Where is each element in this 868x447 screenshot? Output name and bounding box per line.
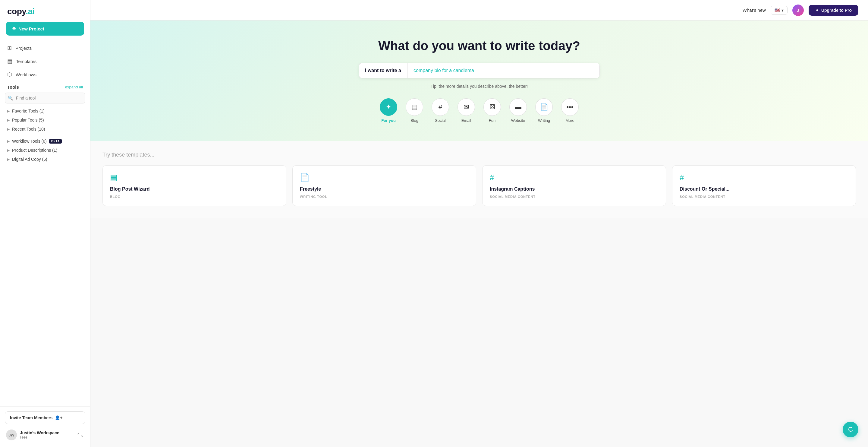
topbar: What's new 🇺🇸 ▾ J ✦ Upgrade to Pro bbox=[90, 0, 868, 21]
chevron-updown-icon: ⌃⌄ bbox=[76, 432, 84, 438]
for-you-icon: ✦ bbox=[380, 98, 397, 116]
sidebar: copy.ai ⊕ New Project ⊞ Projects ▤ Templ… bbox=[0, 0, 90, 447]
user-avatar-button[interactable]: J bbox=[792, 4, 804, 16]
workflows-icon: ⬡ bbox=[7, 71, 12, 78]
website-label: Website bbox=[511, 118, 525, 123]
chat-icon: C bbox=[848, 425, 853, 434]
tools-label: Tools bbox=[7, 85, 19, 90]
fun-icon: ⚄ bbox=[484, 98, 501, 116]
social-label: Social bbox=[435, 118, 445, 123]
language-selector[interactable]: 🇺🇸 ▾ bbox=[771, 6, 787, 15]
tool-category-popular[interactable]: ▶ Popular Tools (5) bbox=[5, 116, 85, 125]
tools-list: ▶ Favorite Tools (1) ▶ Popular Tools (5)… bbox=[0, 107, 90, 164]
tool-category-workflow[interactable]: ▶ Workflow Tools (6) BETA bbox=[5, 137, 85, 146]
logo: copy.ai bbox=[0, 0, 90, 22]
diamond-icon: ✦ bbox=[815, 8, 819, 13]
search-icon: 🔍 bbox=[8, 96, 13, 100]
hero-section: What do you want to write today? I want … bbox=[90, 21, 868, 141]
social-icon: # bbox=[432, 98, 449, 116]
tool-category-product[interactable]: ▶ Product Descriptions (1) bbox=[5, 146, 85, 155]
templates-title: Try these templates... bbox=[102, 152, 856, 158]
templates-section: Try these templates... ▤ Blog Post Wizar… bbox=[90, 141, 868, 218]
website-icon: ▬ bbox=[509, 98, 527, 116]
tab-social[interactable]: # Social bbox=[432, 98, 449, 123]
template-card-freestyle[interactable]: 📄 Freestyle WRITING TOOL bbox=[292, 165, 476, 206]
tab-writing[interactable]: 📄 Writing bbox=[535, 98, 553, 123]
template-freestyle-name: Freestyle bbox=[300, 186, 469, 192]
expand-all-link[interactable]: expand all bbox=[65, 85, 83, 89]
plus-icon: ⊕ bbox=[12, 26, 16, 31]
template-blog-icon: ▤ bbox=[110, 173, 279, 182]
sidebar-nav: ⊞ Projects ▤ Templates ⬡ Workflows bbox=[0, 41, 90, 82]
tab-fun[interactable]: ⚄ Fun bbox=[484, 98, 501, 123]
tool-category-recent[interactable]: ▶ Recent Tools (10) bbox=[5, 125, 85, 133]
template-instagram-name: Instagram Captions bbox=[490, 186, 658, 192]
template-card-discount[interactable]: # Discount Or Special... SOCIAL MEDIA CO… bbox=[672, 165, 856, 206]
writing-icon: 📄 bbox=[535, 98, 553, 116]
workspace-row[interactable]: JW Justin's Workspace Free ⌃⌄ bbox=[5, 428, 85, 442]
template-freestyle-icon: 📄 bbox=[300, 173, 469, 182]
beta-badge: BETA bbox=[49, 139, 62, 144]
write-input[interactable] bbox=[407, 63, 599, 78]
upgrade-button[interactable]: ✦ Upgrade to Pro bbox=[809, 5, 858, 16]
tool-category-digital[interactable]: ▶ Digital Ad Copy (6) bbox=[5, 155, 85, 164]
chevron-icon: ▶ bbox=[7, 109, 10, 113]
for-you-label: For you bbox=[381, 118, 396, 123]
person-plus-icon: 👤+ bbox=[55, 415, 62, 420]
category-tabs: ✦ For you ▤ Blog # Social ✉ Email ⚄ Fun bbox=[380, 98, 579, 126]
template-discount-category: SOCIAL MEDIA CONTENT bbox=[680, 195, 848, 199]
sidebar-footer: Invite Team Members 👤+ JW Justin's Works… bbox=[0, 406, 90, 447]
chevron-icon: ▶ bbox=[7, 139, 10, 143]
writing-label: Writing bbox=[538, 118, 550, 123]
sidebar-item-templates[interactable]: ▤ Templates bbox=[4, 55, 87, 67]
tab-email[interactable]: ✉ Email bbox=[458, 98, 475, 123]
write-input-row: I want to write a bbox=[359, 63, 600, 79]
template-freestyle-category: WRITING TOOL bbox=[300, 195, 469, 199]
fun-label: Fun bbox=[489, 118, 495, 123]
sidebar-item-workflows[interactable]: ⬡ Workflows bbox=[4, 68, 87, 81]
workspace-info: Justin's Workspace Free bbox=[20, 430, 73, 440]
search-box: 🔍 bbox=[5, 93, 85, 103]
chevron-icon: ▶ bbox=[7, 157, 10, 161]
tip-text: Tip: the more details you describe above… bbox=[431, 84, 528, 89]
template-blog-category: BLOG bbox=[110, 195, 279, 199]
tool-category-favorite[interactable]: ▶ Favorite Tools (1) bbox=[5, 107, 85, 116]
template-card-blog-post-wizard[interactable]: ▤ Blog Post Wizard BLOG bbox=[102, 165, 286, 206]
new-project-button[interactable]: ⊕ New Project bbox=[6, 22, 84, 36]
template-discount-name: Discount Or Special... bbox=[680, 186, 848, 192]
main-content: What's new 🇺🇸 ▾ J ✦ Upgrade to Pro What … bbox=[90, 0, 868, 447]
chevron-icon: ▶ bbox=[7, 118, 10, 122]
tab-blog[interactable]: ▤ Blog bbox=[406, 98, 423, 123]
sidebar-item-projects[interactable]: ⊞ Projects bbox=[4, 41, 87, 54]
more-label: More bbox=[565, 118, 575, 123]
template-blog-name: Blog Post Wizard bbox=[110, 186, 279, 192]
hero-title: What do you want to write today? bbox=[378, 39, 580, 53]
more-icon: ••• bbox=[561, 98, 579, 116]
templates-icon: ▤ bbox=[7, 58, 12, 64]
tab-more[interactable]: ••• More bbox=[561, 98, 579, 123]
blog-icon: ▤ bbox=[406, 98, 423, 116]
tab-website[interactable]: ▬ Website bbox=[509, 98, 527, 123]
template-card-instagram[interactable]: # Instagram Captions SOCIAL MEDIA CONTEN… bbox=[482, 165, 666, 206]
chat-fab-button[interactable]: C bbox=[843, 422, 858, 437]
email-label: Email bbox=[461, 118, 471, 123]
template-discount-icon: # bbox=[680, 173, 848, 182]
tab-for-you[interactable]: ✦ For you bbox=[380, 98, 397, 123]
chevron-icon: ▶ bbox=[7, 127, 10, 131]
write-label: I want to write a bbox=[359, 63, 407, 78]
search-input[interactable] bbox=[5, 93, 85, 103]
template-instagram-category: SOCIAL MEDIA CONTENT bbox=[490, 195, 658, 199]
chevron-down-icon: ▾ bbox=[781, 8, 784, 13]
workspace-avatar: JW bbox=[6, 429, 17, 440]
blog-label: Blog bbox=[410, 118, 418, 123]
tools-header: Tools expand all bbox=[0, 82, 90, 91]
invite-team-button[interactable]: Invite Team Members 👤+ bbox=[5, 411, 85, 424]
template-instagram-icon: # bbox=[490, 173, 658, 182]
flag-icon: 🇺🇸 bbox=[775, 8, 780, 13]
email-icon: ✉ bbox=[458, 98, 475, 116]
logo-text: copy.ai bbox=[7, 7, 35, 16]
templates-grid: ▤ Blog Post Wizard BLOG 📄 Freestyle WRIT… bbox=[102, 165, 856, 206]
chevron-icon: ▶ bbox=[7, 148, 10, 152]
whats-new-link[interactable]: What's new bbox=[743, 7, 766, 13]
projects-icon: ⊞ bbox=[7, 44, 12, 51]
